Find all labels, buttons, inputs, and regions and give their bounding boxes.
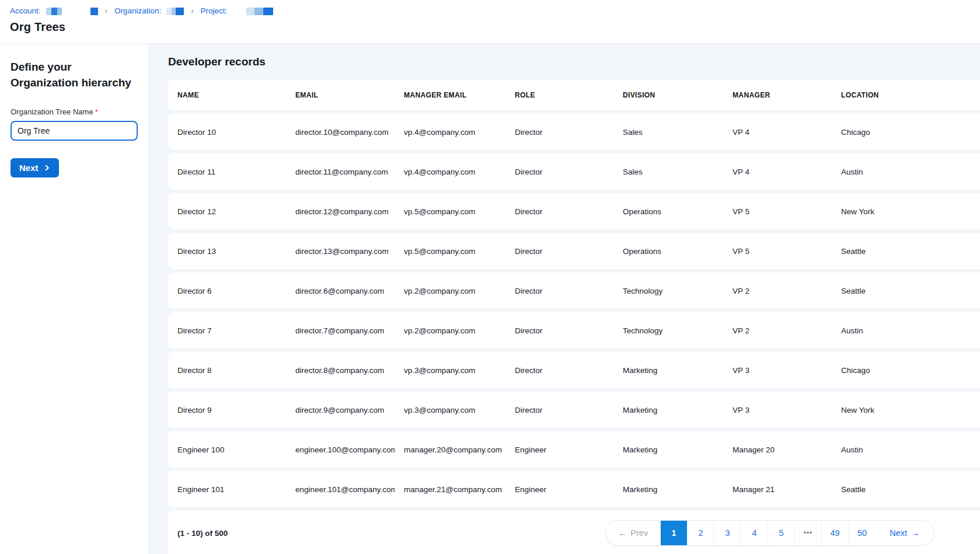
pagination-next-button[interactable]: Next → (876, 521, 934, 545)
table-cell: engineer.101@company.com (286, 485, 395, 494)
table-row: Director 9director.9@company.comvp.3@com… (168, 392, 980, 428)
table-cell: VP 5 (723, 247, 832, 256)
page-header: Account: › Organization: › Project: Org … (0, 0, 980, 44)
table-cell: Engineer 100 (168, 445, 286, 454)
table-cell: Director 9 (168, 406, 286, 414)
table-footer: (1 - 10) of 500 ← Prev 12345•••4950 Next… (168, 511, 980, 554)
table-row: Engineer 100engineer.100@company.commana… (168, 431, 980, 468)
table-cell: vp.4@company.com (395, 128, 505, 137)
table-cell: VP 4 (723, 128, 832, 137)
table-cell: manager.20@company.com (395, 445, 505, 454)
table-cell: Austin (832, 168, 980, 176)
developer-records-table: NAMEEMAILMANAGER EMAILROLEDIVISIONMANAGE… (168, 80, 980, 554)
chevron-right-icon: › (102, 6, 110, 16)
arrow-right-icon: → (911, 528, 920, 538)
table-cell: Director 10 (168, 128, 286, 137)
table-cell: Director (505, 366, 613, 375)
table-cell: VP 2 (723, 287, 832, 295)
pagination-prev-button[interactable]: ← Prev (606, 521, 661, 545)
table-cell: Director 8 (168, 366, 286, 375)
table-cell: manager.21@company.com (395, 485, 505, 494)
pagination-page-3[interactable]: 3 (714, 521, 741, 545)
table-cell: Manager 21 (723, 485, 832, 494)
table-cell: Director (505, 406, 613, 414)
table-cell: Austin (832, 326, 980, 335)
table-cell: Manager 20 (723, 445, 832, 454)
breadcrumb-project-link[interactable]: Project: (201, 6, 228, 16)
pagination-page-2[interactable]: 2 (688, 521, 714, 545)
table-cell: Engineer (505, 445, 613, 454)
pagination-page-49[interactable]: 49 (822, 521, 849, 545)
table-cell: director.8@company.com (286, 366, 395, 375)
table-row: Director 6director.6@company.comvp.2@com… (168, 273, 980, 309)
table-row: Director 11director.11@company.comvp.4@c… (168, 154, 980, 190)
chevron-right-icon: › (188, 6, 196, 16)
column-header-email: EMAIL (286, 91, 395, 99)
table-cell: Chicago (832, 366, 980, 375)
table-cell: Technology (613, 287, 723, 295)
tree-name-input[interactable] (11, 121, 138, 141)
chevron-right-icon (44, 163, 50, 173)
column-header-role: ROLE (505, 91, 613, 99)
page-title: Org Trees (10, 20, 980, 34)
column-header-manager: MANAGER (723, 91, 832, 99)
table-row: Director 7director.7@company.comvp.2@com… (168, 312, 980, 349)
table-cell: director.11@company.com (286, 168, 395, 176)
table-cell: Engineer (505, 485, 613, 494)
prev-label: Prev (630, 528, 648, 538)
table-cell: Marketing (613, 406, 723, 414)
sidebar-heading: Define your Organization hierarchy (11, 59, 133, 90)
pagination-page-1[interactable]: 1 (661, 521, 688, 545)
arrow-left-icon: ← (618, 528, 627, 538)
table-cell: Sales (613, 128, 723, 137)
table-row: Director 12director.12@company.comvp.5@c… (168, 193, 980, 229)
table-cell: VP 2 (723, 326, 832, 335)
table-cell: director.7@company.com (286, 326, 395, 335)
table-cell: Director (505, 247, 613, 256)
breadcrumb-account-link[interactable]: Account: (10, 6, 41, 16)
table-cell: director.13@company.com (286, 247, 395, 256)
table-cell: vp.2@company.com (395, 326, 505, 335)
table-row: Director 10director.10@company.comvp.4@c… (168, 114, 980, 150)
table-cell: vp.4@company.com (395, 168, 505, 176)
table-row: Engineer 101engineer.101@company.commana… (168, 471, 980, 507)
table-cell: Director (505, 326, 613, 335)
table-cell: Operations (613, 247, 723, 256)
table-cell: Chicago (832, 128, 980, 137)
table-cell: Technology (613, 326, 723, 335)
table-body: Director 10director.10@company.comvp.4@c… (168, 114, 980, 507)
breadcrumb: Account: › Organization: › Project: (10, 6, 980, 16)
table-cell: Seattle (832, 287, 980, 295)
table-cell: Director 7 (168, 326, 286, 335)
table-cell: director.9@company.com (286, 406, 395, 414)
table-row: Director 8director.8@company.comvp.3@com… (168, 352, 980, 388)
pagination-page-5[interactable]: 5 (768, 521, 795, 545)
table-cell: Director 12 (168, 207, 286, 216)
table-cell: VP 4 (723, 168, 832, 176)
pagination-ellipsis: ••• (795, 521, 822, 545)
table-cell: Director (505, 168, 613, 176)
pagination-page-4[interactable]: 4 (741, 521, 768, 545)
table-cell: VP 5 (723, 207, 832, 216)
table-row: Director 13director.13@company.comvp.5@c… (168, 233, 980, 269)
table-cell: New York (832, 406, 980, 414)
table-cell: Director 6 (168, 287, 286, 295)
tree-name-label-text: Organization Tree Name (11, 107, 93, 116)
table-cell: Sales (613, 168, 723, 176)
table-cell: New York (832, 207, 980, 216)
redacted-organization-value (166, 8, 184, 15)
table-cell: Director 11 (168, 168, 286, 176)
redacted-account-value-2 (90, 8, 98, 15)
table-cell: Marketing (613, 366, 723, 375)
column-header-division: DIVISION (613, 91, 723, 99)
pagination-pages: 12345•••4950 (661, 521, 876, 545)
pagination-page-50[interactable]: 50 (849, 521, 876, 545)
tree-name-label: Organization Tree Name* (11, 107, 138, 116)
table-cell: Director (505, 207, 613, 216)
next-label: Next (890, 528, 907, 538)
table-cell: vp.3@company.com (395, 406, 505, 414)
column-header-manager-email: MANAGER EMAIL (395, 91, 505, 99)
next-button[interactable]: Next (11, 158, 59, 177)
breadcrumb-organization-link[interactable]: Organization: (114, 6, 161, 16)
table-header-row: NAMEEMAILMANAGER EMAILROLEDIVISIONMANAGE… (168, 80, 980, 110)
